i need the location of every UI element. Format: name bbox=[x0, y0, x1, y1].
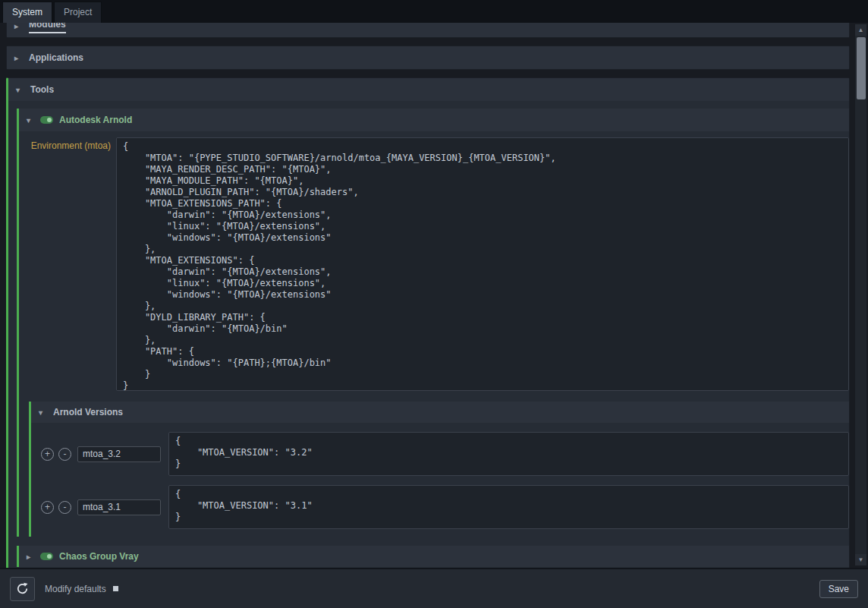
section-modules-label: Modules bbox=[29, 23, 66, 33]
chevron-right-icon: ▸ bbox=[14, 23, 22, 30]
modify-defaults-checkbox[interactable] bbox=[113, 586, 118, 591]
toggle-knob-icon bbox=[47, 554, 52, 559]
vray-label: Chaos Group Vray bbox=[59, 551, 139, 562]
settings-window: System Project ▸ Modules ▸ Applications … bbox=[0, 0, 868, 608]
tab-project[interactable]: Project bbox=[54, 2, 102, 23]
arnold-versions-rows: + - { "MTOA_VERSION": "3.2" } + - { "MTO… bbox=[31, 423, 849, 537]
chevron-right-icon: ▸ bbox=[14, 54, 22, 62]
section-tools-body: ▾ Autodesk Arnold Environment (mtoa) { "… bbox=[8, 101, 849, 568]
chevron-down-icon: ▾ bbox=[39, 408, 46, 417]
section-applications-header[interactable]: ▸ Applications bbox=[7, 46, 849, 69]
arnold-header[interactable]: ▾ Autodesk Arnold bbox=[19, 109, 849, 131]
vertical-scrollbar[interactable]: ▲ ▼ bbox=[854, 24, 866, 565]
refresh-button[interactable] bbox=[10, 577, 35, 601]
footer-bar: Modify defaults Save bbox=[0, 568, 868, 608]
remove-version-button[interactable]: - bbox=[58, 448, 71, 461]
arnold-environment-row: Environment (mtoa) { "MTOA": "{PYPE_STUD… bbox=[19, 131, 849, 395]
version-env-editor[interactable]: { "MTOA_VERSION": "3.1" } bbox=[168, 485, 849, 529]
arnold-label: Autodesk Arnold bbox=[59, 115, 132, 125]
save-button[interactable]: Save bbox=[819, 580, 858, 598]
section-modules-header[interactable]: ▸ Modules bbox=[7, 23, 849, 37]
modify-defaults-control[interactable]: Modify defaults bbox=[45, 584, 118, 594]
scroll-down-icon[interactable]: ▼ bbox=[855, 554, 866, 565]
version-name-input[interactable] bbox=[77, 446, 161, 462]
subsection-arnold-versions: ▾ Arnold Versions + - { "MTOA_VERSION": … bbox=[29, 402, 849, 537]
arnold-enabled-toggle[interactable] bbox=[40, 116, 53, 124]
add-version-button[interactable]: + bbox=[41, 501, 54, 514]
section-applications: ▸ Applications bbox=[6, 46, 850, 70]
section-applications-label: Applications bbox=[29, 52, 83, 63]
scroll-up-icon[interactable]: ▲ bbox=[855, 24, 866, 36]
chevron-right-icon: ▸ bbox=[27, 553, 34, 561]
scrollbar-thumb[interactable] bbox=[857, 37, 866, 99]
modify-defaults-label: Modify defaults bbox=[45, 584, 106, 594]
section-modules: ▸ Modules bbox=[6, 23, 850, 38]
chevron-down-icon: ▾ bbox=[27, 116, 34, 124]
main-tab-bar: System Project bbox=[0, 0, 868, 23]
settings-scroll-area: ▸ Modules ▸ Applications ▾ Tools ▾ bbox=[0, 23, 868, 568]
toggle-knob-icon bbox=[47, 118, 52, 122]
tab-system[interactable]: System bbox=[2, 2, 52, 23]
environment-mtoa-editor[interactable]: { "MTOA": "{PYPE_STUDIO_SOFTWARE}/arnold… bbox=[116, 137, 849, 391]
section-tools-header[interactable]: ▾ Tools bbox=[8, 78, 849, 101]
version-row: + - { "MTOA_VERSION": "3.1" } bbox=[41, 485, 849, 529]
subsection-chaos-group-vray: ▸ Chaos Group Vray bbox=[17, 546, 849, 567]
environment-mtoa-label: Environment (mtoa) bbox=[19, 137, 116, 151]
arnold-versions-header[interactable]: ▾ Arnold Versions bbox=[31, 402, 849, 423]
version-row: + - { "MTOA_VERSION": "3.2" } bbox=[41, 432, 849, 476]
subsection-autodesk-arnold: ▾ Autodesk Arnold Environment (mtoa) { "… bbox=[17, 109, 849, 537]
section-tools-label: Tools bbox=[30, 84, 54, 95]
vray-header[interactable]: ▸ Chaos Group Vray bbox=[19, 546, 849, 567]
chevron-down-icon: ▾ bbox=[16, 86, 24, 94]
arnold-versions-label: Arnold Versions bbox=[53, 407, 123, 417]
remove-version-button[interactable]: - bbox=[58, 501, 71, 514]
version-env-editor[interactable]: { "MTOA_VERSION": "3.2" } bbox=[168, 432, 849, 476]
version-name-input[interactable] bbox=[77, 499, 161, 515]
refresh-icon bbox=[16, 582, 29, 595]
add-version-button[interactable]: + bbox=[41, 448, 54, 461]
section-tools: ▾ Tools ▾ Autodesk Arnold Environment (m… bbox=[6, 77, 850, 568]
vray-enabled-toggle[interactable] bbox=[40, 553, 53, 560]
